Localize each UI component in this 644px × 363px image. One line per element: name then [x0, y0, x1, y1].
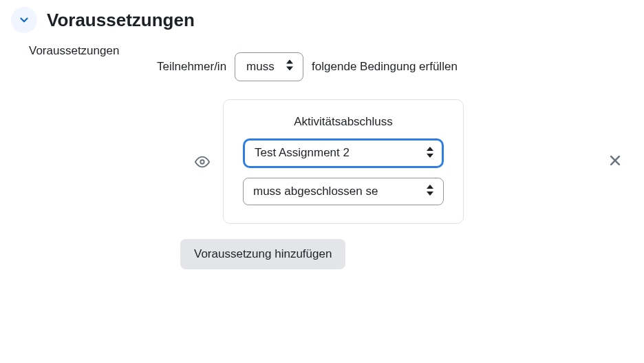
chevron-down-icon — [18, 14, 30, 26]
condition-card: Aktivitätsabschluss Test Assignment 2 mu… — [223, 99, 464, 224]
eye-icon — [195, 154, 210, 169]
match-suffix: folgende Bedingung erfüllen — [312, 60, 458, 74]
visibility-toggle[interactable] — [194, 154, 211, 169]
requirement-select[interactable]: muss abgeschlossen se — [243, 178, 444, 205]
collapse-toggle[interactable] — [11, 7, 37, 33]
match-operator-select[interactable]: muss — [235, 52, 303, 81]
section-title: Voraussetzungen — [47, 10, 195, 31]
add-restriction-button[interactable]: Voraussetzung hinzufügen — [180, 239, 345, 269]
delete-condition-button[interactable] — [608, 152, 622, 172]
close-icon — [608, 154, 622, 167]
field-label: Voraussetzungen — [29, 40, 157, 58]
match-prefix: Teilnehmer/in — [157, 60, 226, 74]
condition-type-label: Aktivitätsabschluss — [243, 115, 444, 129]
svg-point-2 — [200, 160, 204, 164]
activity-select[interactable]: Test Assignment 2 — [243, 138, 444, 167]
